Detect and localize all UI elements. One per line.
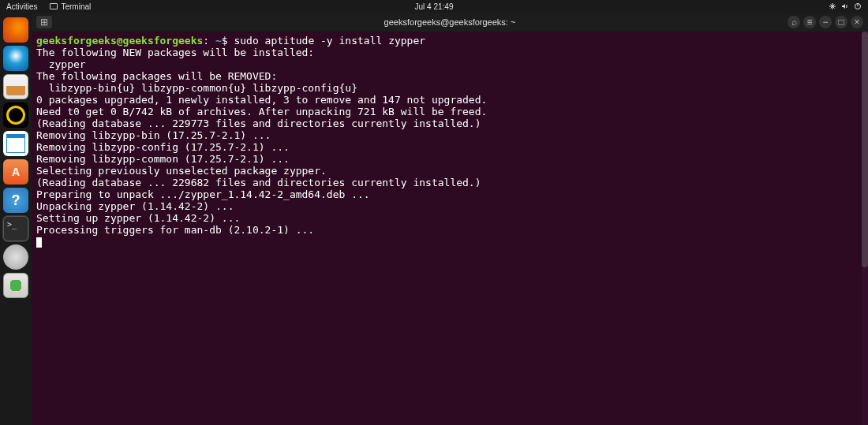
prompt-symbol: $ [222,35,234,47]
output-line: Removing libzypp-bin (17.25.7-2.1) ... [36,129,863,141]
scrollbar-track[interactable] [862,32,868,425]
show-applications-icon[interactable] [6,397,25,416]
ubuntu-software-icon[interactable] [3,159,28,185]
dock: ? [0,13,32,425]
new-tab-button[interactable]: ⊞ [36,16,52,28]
volume-icon [841,2,849,10]
prompt-user-host: geeksforgeeks@geeksforgeeks [36,35,203,47]
power-icon [854,2,862,10]
output-line: Preparing to unpack .../zypper_1.14.42-2… [36,188,863,200]
firefox-icon[interactable] [3,17,28,43]
libreoffice-writer-icon[interactable] [3,131,28,156]
app-menu-label: Terminal [61,2,91,11]
output-line: The following packages will be REMOVED: [36,70,863,82]
output-line: The following NEW packages will be insta… [36,47,863,58]
disk-icon[interactable] [3,244,28,270]
close-button[interactable]: × [851,16,863,28]
scrollbar-thumb[interactable] [862,32,868,267]
output-line: Selecting previously unselected package … [36,165,863,177]
help-icon[interactable]: ? [3,188,28,213]
thunderbird-icon[interactable] [3,46,28,71]
output-line: Need t0 get 0 B/742 kB of archives. Afte… [36,106,863,117]
output-line: Setting up zypper (1.14.42-2) ... [36,212,863,224]
prompt-path: ~ [209,35,222,47]
files-icon[interactable] [3,74,28,99]
trash-icon[interactable] [3,273,28,298]
entered-command: sudo aptitude -y install zypper [234,35,425,47]
gnome-top-bar: Activities Terminal Jul 4 21:49 [0,0,868,13]
output-line: Unpacking zypper (1.14.42-2) ... [36,200,863,212]
output-line: Processing triggers for man-db (2.10.2-1… [36,224,863,236]
output-line: (Reading database ... 229682 files and d… [36,177,863,188]
rhythmbox-icon[interactable] [3,103,28,128]
clock[interactable]: Jul 4 21:49 [415,2,454,11]
output-line: Removing libzypp-config (17.25.7-2.1) ..… [36,141,863,153]
minimize-button[interactable]: − [819,16,832,28]
search-button[interactable]: ⌕ [788,16,800,28]
maximize-button[interactable]: □ [835,16,847,28]
terminal-window: ⊞ geeksforgeeks@geeksforgeeks: ~ ⌕ ≡ − □… [32,13,868,425]
output-line: libzypp-bin{u} libzypp-common{u} libzypp… [36,82,863,94]
app-menu-terminal[interactable]: Terminal [50,2,91,11]
activities-button[interactable]: Activities [6,2,37,11]
output-line: Removing libzypp-common (17.25.7-2.1) ..… [36,153,863,165]
terminal-icon [50,3,58,9]
window-title: geeksforgeeks@geeksforgeeks: ~ [384,17,516,27]
prompt-separator: : [203,35,209,47]
terminal-body[interactable]: geeksforgeeks@geeksforgeeks: ~$ sudo apt… [32,32,868,425]
network-icon [829,2,836,10]
output-line: 0 packages upgraded, 1 newly installed, … [36,94,863,106]
menu-button[interactable]: ≡ [803,16,816,28]
cursor-icon [36,237,42,248]
output-line: zypper [36,58,863,70]
prompt-line: geeksforgeeks@geeksforgeeks: ~$ sudo apt… [36,35,863,47]
system-tray[interactable] [829,2,862,10]
cursor-line [36,236,863,248]
terminal-titlebar: ⊞ geeksforgeeks@geeksforgeeks: ~ ⌕ ≡ − □… [32,13,868,32]
terminal-app-icon[interactable] [3,216,28,241]
output-line: (Reading database ... 229773 files and d… [36,117,863,129]
